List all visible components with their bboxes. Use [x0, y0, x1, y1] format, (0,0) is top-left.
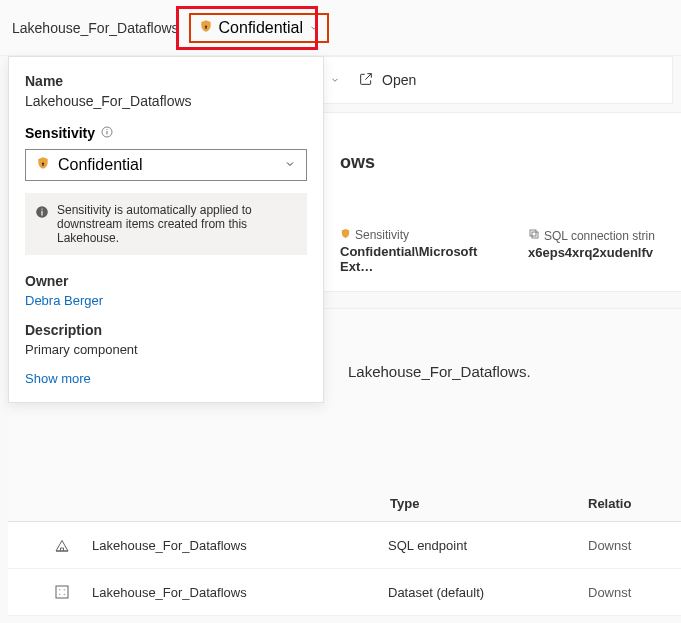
- name-heading: Name: [25, 73, 307, 89]
- column-relation[interactable]: Relatio: [588, 496, 668, 511]
- svg-point-12: [41, 208, 42, 209]
- svg-point-6: [64, 594, 65, 595]
- item-type: SQL endpoint: [388, 538, 588, 553]
- name-value: Lakehouse_For_Dataflows: [25, 93, 307, 109]
- svg-rect-2: [56, 586, 68, 598]
- open-label: Open: [382, 72, 416, 88]
- chevron-down-icon: [309, 19, 319, 37]
- details-panel: Name Lakehouse_For_Dataflows Sensitivity…: [8, 56, 324, 403]
- open-external-icon: [358, 71, 374, 90]
- workspace-name-partial: ows: [340, 152, 375, 173]
- sensitivity-pill-label: Confidential: [219, 19, 304, 37]
- show-more-link[interactable]: Show more: [25, 371, 307, 386]
- svg-rect-0: [532, 232, 538, 238]
- sensitivity-dropdown-value: Confidential: [58, 156, 143, 174]
- info-banner: Sensitivity is automatically applied to …: [25, 193, 307, 255]
- chevron-down-icon[interactable]: [330, 71, 340, 89]
- item-name: Lakehouse_For_Dataflows: [92, 585, 388, 600]
- svg-point-5: [59, 594, 60, 595]
- open-button[interactable]: Open: [348, 65, 426, 96]
- chevron-down-icon: [284, 156, 296, 174]
- sensitivity-value: Confidential\Microsoft Ext…: [340, 244, 500, 274]
- sensitivity-dropdown[interactable]: Confidential: [25, 149, 307, 181]
- svg-point-9: [107, 129, 108, 130]
- sensitivity-label: Sensitivity: [355, 228, 409, 242]
- info-icon[interactable]: [101, 125, 113, 141]
- owner-heading: Owner: [25, 273, 307, 289]
- owner-link[interactable]: Debra Berger: [25, 293, 307, 308]
- table-header: Type Relatio: [8, 486, 681, 522]
- sql-connection-label: SQL connection strin: [544, 229, 655, 243]
- description-value: Primary component: [25, 342, 307, 357]
- page-title: Lakehouse_For_Dataflows: [12, 20, 179, 36]
- copy-icon[interactable]: [528, 228, 540, 243]
- sensitivity-pill[interactable]: Confidential: [189, 13, 330, 43]
- sql-connection-value: x6eps4xrq2xudenlfv: [528, 245, 655, 260]
- shield-icon: [199, 19, 213, 37]
- column-type[interactable]: Type: [388, 496, 588, 511]
- table-row[interactable]: Lakehouse_For_Dataflows Dataset (default…: [8, 569, 681, 616]
- info-banner-text: Sensitivity is automatically applied to …: [57, 203, 297, 245]
- sensitivity-heading: Sensitivity: [25, 125, 95, 141]
- svg-rect-1: [530, 230, 536, 236]
- item-type: Dataset (default): [388, 585, 588, 600]
- description-heading: Description: [25, 322, 307, 338]
- sql-endpoint-icon: [8, 536, 92, 554]
- item-relation: Downst: [588, 585, 668, 600]
- shield-icon: [340, 228, 351, 242]
- table-row[interactable]: Lakehouse_For_Dataflows SQL endpoint Dow…: [8, 522, 681, 569]
- dataset-icon: [8, 583, 92, 601]
- svg-point-3: [59, 589, 60, 590]
- item-relation: Downst: [588, 538, 668, 553]
- shield-icon: [36, 156, 50, 174]
- info-icon: [35, 203, 49, 245]
- svg-point-4: [64, 589, 65, 590]
- item-name: Lakehouse_For_Dataflows: [92, 538, 388, 553]
